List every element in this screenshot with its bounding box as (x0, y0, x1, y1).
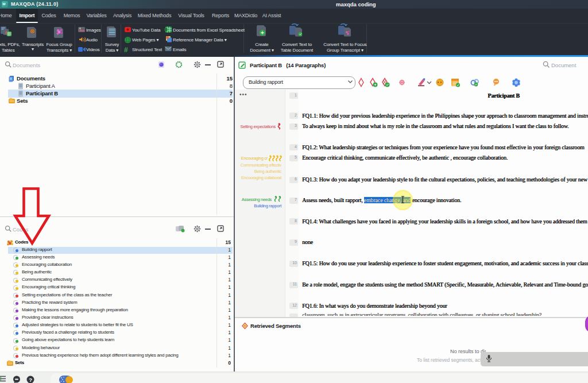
svg-text:?: ? (29, 377, 32, 383)
